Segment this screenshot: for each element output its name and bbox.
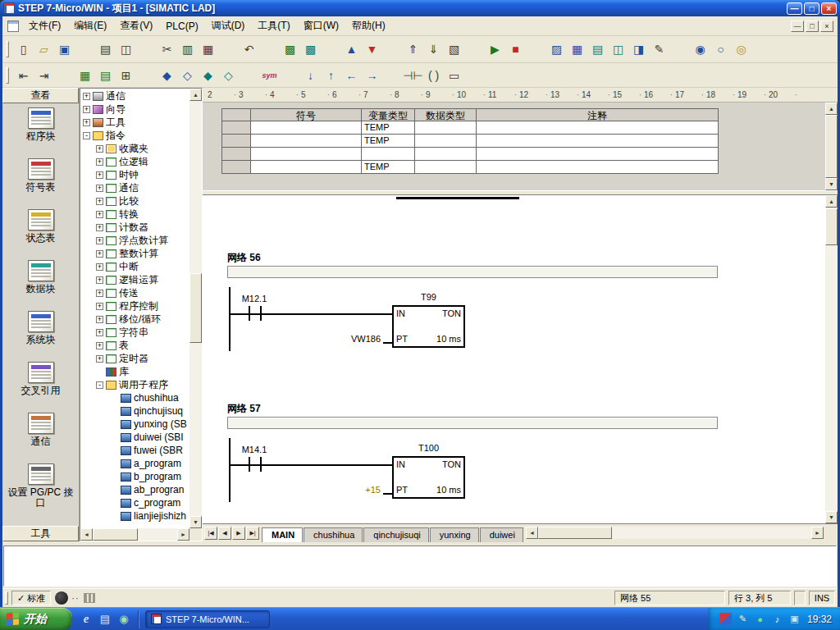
- scroll-right-button[interactable]: [811, 527, 824, 539]
- line-right-icon[interactable]: →: [362, 66, 382, 85]
- pt-operand[interactable]: VW186: [305, 334, 381, 344]
- viewbar-footer-tools[interactable]: 工具: [2, 526, 79, 541]
- tree-item[interactable]: 整数计算: [80, 247, 189, 260]
- line-left-icon[interactable]: ←: [341, 66, 362, 85]
- tree-expander-icon[interactable]: [83, 93, 90, 100]
- unforce-icon[interactable]: ○: [710, 39, 731, 59]
- menu-item[interactable]: 编辑(E): [67, 16, 113, 35]
- scroll-down-button[interactable]: [189, 516, 202, 528]
- tree-expander-icon[interactable]: [96, 355, 103, 363]
- tree-expander-icon[interactable]: [96, 263, 103, 271]
- tree-item[interactable]: b_program: [80, 470, 189, 483]
- tree-item[interactable]: yunxing (SB: [80, 418, 189, 431]
- tree-item[interactable]: duiwei (SBI: [80, 431, 189, 444]
- volume-icon[interactable]: ♪: [771, 613, 783, 625]
- toolbar-grip[interactable]: [6, 67, 9, 84]
- ie-icon[interactable]: e: [80, 613, 93, 626]
- tree-expander-icon[interactable]: [96, 342, 103, 349]
- viewbar-header[interactable]: 查看: [2, 88, 79, 103]
- pause-chart-icon[interactable]: ◫: [608, 39, 628, 59]
- contact-bar[interactable]: [249, 457, 250, 472]
- cut-icon[interactable]: ✂: [157, 39, 177, 59]
- minimize-button[interactable]: —: [787, 2, 802, 15]
- tree-vertical-scrollbar[interactable]: [189, 89, 202, 528]
- tree-item[interactable]: a_program: [80, 457, 189, 470]
- more-options-icon[interactable]: ··: [71, 593, 79, 603]
- menu-item[interactable]: 窗口(W): [297, 16, 345, 35]
- tree-item[interactable]: 位逻辑: [80, 155, 189, 168]
- pen-icon[interactable]: ✎: [737, 613, 749, 625]
- var-cell-symbol[interactable]: [251, 148, 362, 161]
- save-icon[interactable]: ▣: [54, 39, 75, 59]
- menu-item[interactable]: 工具(T): [251, 16, 296, 35]
- menu-item[interactable]: PLC(P): [159, 18, 204, 34]
- mdi-minimize-button[interactable]: —: [791, 21, 804, 32]
- tree-expander-icon[interactable]: [96, 237, 103, 244]
- tree-item[interactable]: 通信: [80, 181, 189, 194]
- editor-tab[interactable]: MAIN: [262, 527, 303, 542]
- tree-item[interactable]: 传送: [80, 286, 189, 299]
- tree-item[interactable]: 向导: [80, 103, 189, 116]
- tree-expander-icon[interactable]: [96, 145, 103, 153]
- var-cell-comment[interactable]: [477, 148, 719, 161]
- tree-item[interactable]: c_program: [80, 496, 189, 509]
- scroll-left-button[interactable]: [526, 527, 538, 539]
- media-player-icon[interactable]: ◉: [117, 613, 130, 626]
- scrollbar-thumb[interactable]: [93, 528, 138, 541]
- var-cell-type[interactable]: [362, 148, 415, 161]
- scroll-up-button[interactable]: [825, 195, 838, 208]
- network-comment-box[interactable]: [227, 266, 718, 278]
- tree-expander-icon[interactable]: [83, 119, 90, 126]
- menu-item[interactable]: 调试(D): [205, 16, 252, 35]
- var-cell-type[interactable]: TEMP: [362, 135, 415, 148]
- delete-column-icon[interactable]: ◇: [218, 66, 239, 85]
- tree-item[interactable]: 计数器: [80, 221, 189, 234]
- var-row-header[interactable]: [222, 148, 251, 161]
- tree-expander-icon[interactable]: [96, 224, 103, 231]
- tree-item[interactable]: 收藏夹: [80, 142, 189, 155]
- timer-box[interactable]: IN TON PT 10 ms: [392, 456, 465, 499]
- sep[interactable]: [280, 66, 300, 85]
- pt-operand[interactable]: +15: [305, 485, 381, 495]
- show-desktop-icon[interactable]: ▤: [98, 613, 112, 626]
- timer-operand[interactable]: T99: [392, 292, 465, 302]
- tree-expander-icon[interactable]: [96, 303, 103, 310]
- timer-operand[interactable]: T100: [392, 443, 465, 453]
- sep[interactable]: [75, 39, 95, 59]
- contact-operand[interactable]: M14.1: [231, 445, 278, 454]
- contact-operand[interactable]: M12.1: [231, 294, 278, 304]
- contact-bar[interactable]: [260, 457, 262, 472]
- grid-icon[interactable]: [84, 593, 95, 603]
- tree-horizontal-scrollbar[interactable]: [80, 528, 189, 541]
- print-icon[interactable]: ▤: [95, 39, 116, 59]
- var-cell-datatype[interactable]: [415, 135, 477, 148]
- prev-tab-button[interactable]: ◀: [218, 527, 231, 540]
- var-cell-comment[interactable]: [477, 161, 719, 174]
- antivirus-icon[interactable]: ●: [754, 613, 766, 625]
- sort-descending-icon[interactable]: ⇓: [423, 39, 444, 59]
- paste-icon[interactable]: ▦: [198, 39, 218, 59]
- tree-item[interactable]: 移位/循环: [80, 313, 189, 326]
- sep[interactable]: [526, 39, 546, 59]
- tree-expander-icon[interactable]: [96, 171, 103, 179]
- tree-expander-icon[interactable]: [96, 211, 103, 218]
- copy-icon[interactable]: ▥: [177, 39, 198, 59]
- scroll-left-button[interactable]: [80, 528, 93, 541]
- line-down-icon[interactable]: ↓: [300, 66, 321, 85]
- scroll-right-button[interactable]: [177, 528, 189, 541]
- tree-item[interactable]: qinchujisuq: [80, 404, 189, 418]
- stop-icon[interactable]: ■: [505, 39, 526, 59]
- tree-expander-icon[interactable]: [83, 106, 90, 113]
- ime-icon[interactable]: [719, 613, 732, 625]
- var-row-header[interactable]: [222, 135, 251, 148]
- single-read-icon[interactable]: ◨: [628, 39, 649, 59]
- pause-program-status-icon[interactable]: ▦: [567, 39, 587, 59]
- sep[interactable]: [136, 39, 157, 59]
- sep[interactable]: [218, 39, 239, 59]
- display-icon[interactable]: ▣: [788, 613, 801, 625]
- contact-bar[interactable]: [249, 306, 250, 321]
- tree-item[interactable]: 定时器: [80, 352, 189, 365]
- delete-row-icon[interactable]: ◇: [177, 66, 198, 85]
- tree-item[interactable]: 通信: [80, 89, 189, 103]
- lad-horizontal-scrollbar[interactable]: [526, 527, 824, 539]
